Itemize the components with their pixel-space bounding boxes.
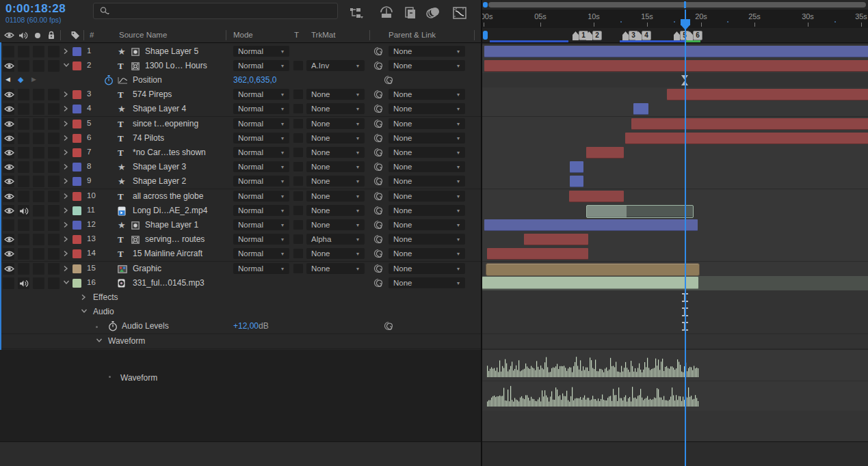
label-color-swatch[interactable] [73,47,81,56]
video-switch[interactable] [3,219,14,231]
parent-dropdown[interactable]: None▾ [389,219,465,230]
track-row[interactable] [482,276,868,291]
solo-switch[interactable] [33,161,44,173]
track-row[interactable] [482,102,868,117]
trkmat-dropdown[interactable]: None▾ [306,248,365,259]
audio-switch[interactable] [18,118,29,130]
mode-dropdown[interactable]: Normal▾ [233,263,289,274]
layer-duration-bar[interactable] [633,103,648,115]
expand-chevron[interactable] [63,163,70,171]
pickwhip-icon[interactable] [373,234,384,245]
expand-chevron[interactable] [63,135,70,142]
preserve-transparency-switch[interactable] [293,176,303,186]
pickwhip-icon[interactable] [373,220,384,230]
group-label[interactable]: Effects [93,292,118,302]
solo-switch[interactable] [33,118,44,130]
layer-row-9[interactable]: 9★Shape Layer 2Normal▾None▾None▾ [0,174,482,189]
eye-icon[interactable] [3,133,15,144]
mode-dropdown[interactable]: Normal▾ [233,205,289,216]
layer-name[interactable]: *no Car…tes shown [133,148,206,157]
eye-icon[interactable] [3,60,15,72]
stopwatch-icon[interactable] [104,75,114,85]
work-area-start-handle[interactable] [483,31,488,40]
pickwhip-icon[interactable] [373,162,384,172]
eye-icon[interactable] [3,161,15,173]
solo-switch[interactable] [33,176,44,187]
trkmat-dropdown[interactable]: None▾ [306,191,365,202]
parent-dropdown[interactable]: None▾ [389,191,465,202]
expand-chevron[interactable] [63,265,70,273]
layer-duration-bar[interactable] [484,60,868,72]
parent-dropdown[interactable]: None▾ [389,277,465,288]
graph-editor-icon[interactable] [451,5,468,20]
mode-dropdown[interactable]: Normal▾ [233,234,289,245]
pickwhip-icon[interactable] [373,61,384,71]
parent-dropdown[interactable]: None▾ [389,263,465,274]
composition-mini-flowchart-icon[interactable] [349,5,365,20]
mode-dropdown[interactable]: Normal▾ [233,46,289,57]
eye-icon[interactable] [3,191,15,202]
scrollbar-thumb[interactable] [488,2,866,8]
mode-dropdown[interactable]: Normal▾ [233,118,289,129]
pickwhip-icon[interactable] [373,104,384,114]
trkmat-dropdown[interactable]: None▾ [306,263,365,274]
layer-row-1[interactable]: 1★Shape Layer 5Normal▾None▾ [0,44,482,59]
lock-switch[interactable] [48,191,60,202]
trkmat-dropdown[interactable]: None▾ [306,219,365,230]
expand-chevron[interactable] [63,221,70,229]
label-color-swatch[interactable] [73,163,81,172]
track-row[interactable] [482,73,868,88]
layer-name[interactable]: Shape Layer 3 [133,162,186,172]
solo-switch[interactable] [33,89,44,100]
track-row[interactable] [482,117,868,132]
layer-row-7[interactable]: 7T*no Car…tes shownNormal▾None▾None▾ [0,146,482,161]
track-row[interactable] [482,59,868,74]
preserve-transparency-switch[interactable] [293,191,303,201]
preserve-transparency-switch[interactable] [293,104,303,113]
eye-icon[interactable] [3,263,15,275]
eye-icon[interactable] [3,89,15,100]
lock-switch[interactable] [48,248,60,260]
preserve-transparency-switch[interactable] [293,90,303,99]
mode-dropdown[interactable]: Normal▾ [233,103,289,114]
layer-duration-bar[interactable] [625,133,868,144]
label-color-swatch[interactable] [73,177,81,186]
next-keyframe-button[interactable]: ▶ [31,76,36,83]
track-row[interactable] [482,290,868,305]
layer-name[interactable]: Long Di…AE_2.mp4 [133,206,207,215]
preserve-transparency-switch[interactable] [293,61,303,70]
layer-row-11[interactable]: 11Long Di…AE_2.mp4Normal▾None▾None▾ [0,204,482,219]
expand-chevron[interactable] [63,193,70,200]
layer-row-6[interactable]: 6T74 PilotsNormal▾None▾None▾ [0,131,482,146]
layer-duration-bar[interactable] [586,205,694,218]
label-color-swatch[interactable] [73,264,81,273]
trkmat-dropdown[interactable]: None▾ [306,161,365,172]
mode-dropdown[interactable]: Normal▾ [233,161,289,172]
group-label[interactable]: Audio [93,307,114,316]
solo-switch[interactable] [33,46,44,57]
property-label[interactable]: Position [133,75,162,85]
eye-icon[interactable] [3,205,15,217]
eye-icon[interactable] [3,234,15,245]
layer-name[interactable]: all across the globe [133,191,203,201]
label-color-swatch[interactable] [73,279,81,288]
playhead-line[interactable] [685,10,686,466]
search-field[interactable] [93,3,338,19]
track-row[interactable] [482,218,868,233]
lock-switch[interactable] [48,263,60,275]
layer-row-12[interactable]: 12★Shape Layer 1Normal▾None▾None▾ [0,218,482,233]
trkmat-dropdown[interactable]: None▾ [306,133,365,143]
audio-switch[interactable] [18,147,29,159]
layer-duration-bar[interactable] [484,219,698,231]
preserve-transparency-switch[interactable] [293,148,303,157]
trkmat-dropdown[interactable]: None▾ [306,103,365,114]
preserve-transparency-switch[interactable] [293,220,303,230]
mode-dropdown[interactable]: Normal▾ [233,248,289,259]
property-label[interactable]: Audio Levels [122,321,169,331]
eye-icon[interactable] [3,118,15,130]
parent-dropdown[interactable]: None▾ [389,176,465,187]
parent-dropdown[interactable]: None▾ [389,147,465,158]
expand-chevron[interactable] [63,62,70,70]
audio-switch[interactable] [18,263,29,275]
property-row-effects[interactable]: Effects [0,290,482,305]
